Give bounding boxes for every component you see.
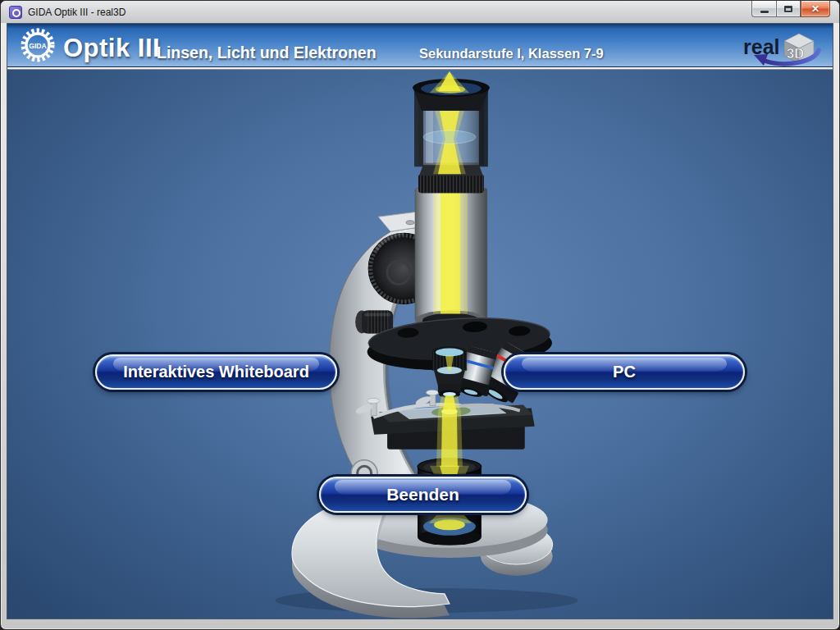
titlebar: GIDA Optik III - real3D ✕ [1,1,839,23]
cube-3d-text: 3D [787,46,804,61]
pc-button[interactable]: PC [504,354,745,390]
window-controls: ✕ [751,1,830,17]
microscope-illustration [7,70,833,619]
light-beam-tube [433,189,468,313]
arrow-head [754,54,768,66]
gida-brand-text: GIDA [29,42,46,50]
eyepiece [413,79,490,193]
app-subtitle: Linsen, Licht und Elektronen [157,43,377,62]
minimize-button[interactable] [751,1,776,17]
audience-label: Sekundarstufe I, Klassen 7-9 [419,46,604,62]
light-beam-objective [439,396,460,410]
main-content: Interaktives Whiteboard PC Beenden [7,70,833,619]
whiteboard-button[interactable]: Interaktives Whiteboard [95,354,337,390]
gida-gear-icon: GIDA [20,27,56,63]
app-title: Optik III [63,34,160,63]
maximize-icon [784,6,792,12]
real3d-logo: real 3D [742,30,823,66]
header-bar: GIDA Optik III Linsen, Licht und Elektro… [7,24,833,66]
light-beam-lower [436,409,463,467]
quit-button[interactable]: Beenden [319,477,527,513]
client-area: GIDA Optik III Linsen, Licht und Elektro… [7,23,833,619]
window-title: GIDA Optik III - real3D [28,7,126,18]
maximize-button[interactable] [776,1,801,17]
app-icon [9,6,22,19]
close-button[interactable]: ✕ [801,1,830,17]
minimize-icon [760,11,769,13]
app-window: GIDA Optik III - real3D ✕ GIDA Optik III… [0,0,840,630]
close-icon: ✕ [811,4,819,14]
